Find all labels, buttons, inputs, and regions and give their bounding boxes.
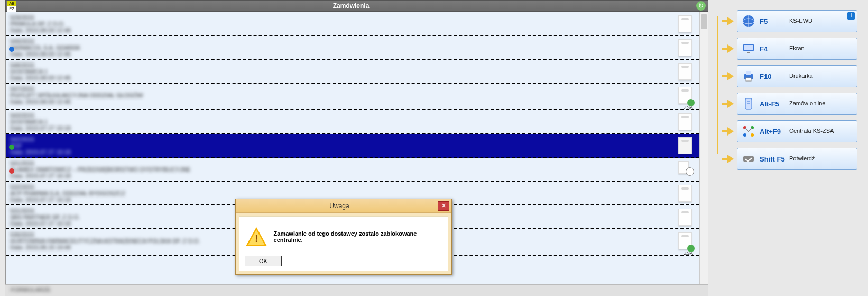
dialog-titlebar: Uwaga ✕	[236, 199, 451, 213]
row-date: Data: 2015.07.27 10:18	[10, 173, 699, 179]
list-item[interactable]: 541/2015SLAWEX SWATOWICZ – PRZEDSIĘBIORS…	[6, 158, 699, 182]
side-button-altf9[interactable]: Alt+F9Centrala KS-ZSA	[737, 120, 857, 142]
bottom-strip-label: FORMULARZE	[11, 286, 51, 293]
side-button-label: Drukarka	[789, 73, 813, 79]
row-date: Data: 2015.08.03 12:48	[10, 27, 699, 33]
side-button-label: Ekran	[789, 45, 805, 52]
ok-button[interactable]: OK	[245, 256, 282, 266]
row-date: Data: 2015.08.03 12:45	[10, 75, 699, 81]
side-button-f4[interactable]: F4Ekran	[737, 38, 857, 60]
dialog-message: Zamawianie od tego dostawcy zostało zabl…	[274, 226, 441, 243]
row-number: 541/2015	[10, 160, 699, 166]
clipboard-zsa-icon	[678, 87, 692, 104]
row-vendor: ACP PHARMA S.A. ODDZIAŁ BYDGOSZCZ	[10, 190, 699, 196]
row-date: Data: 2015.07.27 10:18	[10, 149, 699, 155]
side-button-label: KS-EWD	[789, 17, 812, 24]
info-badge-icon[interactable]: i	[847, 12, 855, 20]
clipboard-icon	[678, 137, 692, 154]
status-dot-icon	[9, 145, 14, 150]
row-date: Data: 2015.08.03 12:45	[10, 98, 699, 105]
nodes-icon	[742, 124, 755, 138]
svg-rect-5	[747, 52, 750, 53]
globe-icon	[742, 14, 755, 28]
list-item[interactable]: 529/2015PRIMULA SP. Z O.O.Data: 2015.08.…	[6, 12, 699, 36]
clipboard-icon	[678, 113, 692, 130]
bottom-strip: FORMULARZE	[5, 284, 708, 296]
side-button-label: Centrala KS-ZSA	[789, 128, 834, 134]
status-dot-icon	[9, 168, 14, 174]
list-item[interactable]: 548/2015DOSTAWCA 1Data: 2015.08.03 12:45	[6, 60, 699, 84]
printer-icon	[742, 69, 755, 83]
side-button-key: Alt+F9	[760, 128, 786, 136]
row-number: 547/2015	[10, 86, 699, 92]
row-number: 529/2015	[10, 14, 699, 21]
side-button-key: Shift F5	[760, 155, 786, 163]
connector-line	[717, 16, 718, 154]
arrow-icon	[722, 16, 735, 26]
row-number: 532/2015	[10, 184, 699, 190]
clipboard-icon	[678, 39, 692, 56]
side-button-f5[interactable]: F5KS-EWDi	[737, 10, 857, 32]
dialog-body: ! Zamawianie od tego dostawcy zostało za…	[239, 216, 448, 271]
arrow-icon	[722, 43, 735, 54]
side-button-f10[interactable]: F10Drukarka	[737, 65, 857, 87]
clipboard-icon	[678, 15, 692, 32]
close-icon[interactable]: ✕	[438, 201, 449, 211]
orders-titlebar: Alt F2 Zamówienia ↻	[5, 0, 708, 12]
arrow-icon	[722, 154, 735, 164]
warning-icon: !	[246, 226, 266, 247]
row-vendor: DOSTAWCA 1	[10, 119, 699, 125]
refresh-icon[interactable]: ↻	[696, 1, 706, 11]
list-item[interactable]: 547/2015PGF/LIFT SPÓŁKA AKCYJNA ODDZIAŁ …	[6, 84, 699, 110]
online-icon	[742, 97, 755, 111]
svg-rect-7	[746, 71, 751, 75]
side-button-key: F5	[760, 17, 786, 25]
row-vendor: FARMACOL S.A. GDAŃSK	[10, 44, 699, 51]
dialog-title: Uwaga	[241, 202, 438, 210]
clipboard-icon	[678, 63, 692, 80]
f2-badge: F2	[7, 6, 16, 12]
svg-rect-8	[746, 78, 751, 81]
row-date: Data: 2015.08.03 12:45	[10, 51, 699, 57]
warning-dialog: Uwaga ✕ ! Zamawianie od tego dostawcy zo…	[235, 199, 452, 275]
zsa-label: ZSA	[684, 250, 693, 256]
svg-rect-4	[744, 45, 753, 50]
row-number: 543/2015	[10, 112, 699, 119]
row-vendor: PRIMULA SP. Z O.O.	[10, 21, 699, 27]
page-title: Zamówienia	[6, 2, 696, 10]
row-number: 542/2015	[10, 136, 699, 142]
row-vendor: DOSTAWCA 1	[10, 68, 699, 75]
alt-badge: Alt	[7, 1, 16, 6]
side-button-shiftf5[interactable]: Shift F5Potwierdź	[737, 148, 857, 170]
side-button-label: Zamów online	[789, 100, 825, 107]
row-vendor: PGF	[10, 142, 699, 149]
row-number: 549/2015	[10, 38, 699, 44]
side-panel: F5KS-EWDiF4EkranF10DrukarkaAlt-F5Zamów o…	[712, 0, 868, 296]
side-button-altf5[interactable]: Alt-F5Zamów online	[737, 93, 857, 115]
side-button-key: F4	[760, 45, 786, 53]
clipboard-clock-icon	[678, 161, 692, 175]
side-button-key: F10	[760, 73, 786, 80]
row-vendor: SLAWEX SWATOWICZ – PRZEDSIĘBIORSTWO DYST…	[10, 166, 699, 173]
clipboard-zsa-icon	[678, 232, 692, 249]
list-item[interactable]: 549/2015FARMACOL S.A. GDAŃSKData: 2015.0…	[6, 36, 699, 60]
arrow-icon	[722, 98, 735, 109]
handshake-icon	[742, 152, 755, 166]
arrow-icon	[722, 71, 735, 82]
side-button-label: Potwierdź	[789, 155, 815, 162]
row-date: Data: 2015.07.27 10:18	[10, 125, 699, 131]
zsa-label: ZSA	[684, 105, 693, 110]
scrollbar[interactable]: ▲ ▼	[699, 12, 708, 295]
arrow-icon	[722, 126, 735, 137]
svg-rect-9	[745, 98, 752, 109]
side-button-key: Alt-F5	[760, 100, 786, 108]
clipboard-icon	[678, 209, 692, 226]
row-vendor: PGF/LIFT SPÓŁKA AKCYJNA ODDZIAŁ GŁOGÓW	[10, 92, 699, 98]
list-item[interactable]: 543/2015DOSTAWCA 1Data: 2015.07.27 10:18	[6, 110, 699, 134]
monitor-icon	[742, 42, 755, 56]
clipboard-icon	[678, 185, 692, 202]
list-item[interactable]: 542/2015PGFData: 2015.07.27 10:18	[6, 134, 699, 158]
row-number: 548/2015	[10, 62, 699, 68]
scroll-thumb[interactable]	[701, 14, 707, 29]
status-dot-icon	[9, 47, 14, 52]
